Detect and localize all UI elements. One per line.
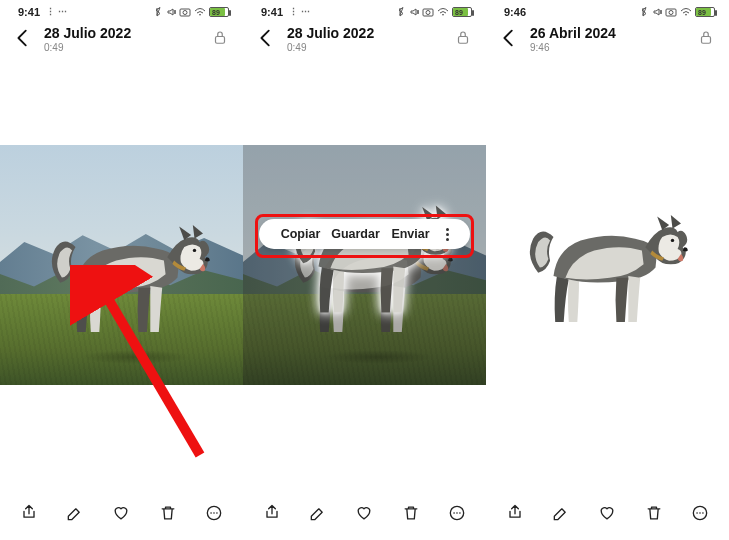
svg-point-10: [426, 11, 430, 15]
status-time: 9:46: [504, 6, 526, 18]
more-icon[interactable]: [199, 498, 229, 528]
delete-icon[interactable]: [639, 498, 669, 528]
favorite-icon[interactable]: [106, 498, 136, 528]
camera-icon: [665, 7, 677, 17]
photo-viewer[interactable]: Copiar Guardar Enviar: [243, 145, 486, 385]
status-bar: 9:41 ⋮ ⋯ 89: [0, 0, 243, 20]
bottom-toolbar: [0, 498, 243, 528]
edit-icon[interactable]: [546, 498, 576, 528]
status-bar: 9:41 ⋮ ⋯ 89: [243, 0, 486, 20]
mute-icon: [652, 7, 662, 17]
favorite-icon[interactable]: [349, 498, 379, 528]
photo-time: 0:49: [44, 42, 201, 53]
photo-viewer[interactable]: [0, 145, 243, 385]
subject-context-menu: Copiar Guardar Enviar: [259, 219, 470, 249]
bottom-toolbar: [243, 498, 486, 528]
wifi-icon: [437, 7, 449, 17]
lock-icon[interactable]: [697, 29, 715, 51]
menu-send[interactable]: Enviar: [383, 227, 438, 241]
status-icons: 89: [396, 7, 472, 17]
status-icons: 89: [153, 7, 229, 17]
delete-icon[interactable]: [153, 498, 183, 528]
bluetooth-icon: [639, 7, 649, 17]
lock-icon[interactable]: [454, 29, 472, 51]
status-extra: ⋮ ⋯: [46, 7, 67, 17]
share-icon[interactable]: [14, 498, 44, 528]
menu-save[interactable]: Guardar: [328, 227, 383, 241]
status-time: 9:41: [261, 6, 283, 18]
panel-3: 9:46 89 26 Abril 2024 9:46: [486, 0, 729, 540]
edit-icon[interactable]: [60, 498, 90, 528]
mute-icon: [166, 7, 176, 17]
cutout-subject-dog: [528, 175, 698, 350]
bluetooth-icon: [396, 7, 406, 17]
status-time: 9:41: [18, 6, 40, 18]
wifi-icon: [680, 7, 692, 17]
bottom-toolbar: [486, 498, 729, 528]
back-icon[interactable]: [255, 27, 277, 53]
camera-icon: [179, 7, 191, 17]
header: 26 Abril 2024 9:46: [486, 20, 729, 57]
svg-point-12: [669, 11, 673, 15]
battery-icon: 89: [452, 7, 472, 17]
mute-icon: [409, 7, 419, 17]
menu-copy[interactable]: Copiar: [273, 227, 328, 241]
header: 28 Julio 2022 0:49: [243, 20, 486, 57]
share-icon[interactable]: [500, 498, 530, 528]
photo-time: 9:46: [530, 42, 687, 53]
more-icon[interactable]: [442, 498, 472, 528]
battery-icon: 89: [695, 7, 715, 17]
status-extra: ⋮ ⋯: [289, 7, 310, 17]
panel-1: 9:41 ⋮ ⋯ 89 28 Julio 2022 0:49: [0, 0, 243, 540]
back-icon[interactable]: [12, 27, 34, 53]
camera-icon: [422, 7, 434, 17]
favorite-icon[interactable]: [592, 498, 622, 528]
more-icon[interactable]: [685, 498, 715, 528]
battery-icon: 89: [209, 7, 229, 17]
photo-viewer[interactable]: [486, 145, 729, 385]
panel-2: 9:41 ⋮ ⋯ 89 28 Julio 2022 0:49: [243, 0, 486, 540]
edit-icon[interactable]: [303, 498, 333, 528]
photo-date: 26 Abril 2024: [530, 26, 687, 41]
photo-time: 0:49: [287, 42, 444, 53]
lock-icon[interactable]: [211, 29, 229, 51]
back-icon[interactable]: [498, 27, 520, 53]
svg-point-7: [183, 11, 187, 15]
share-icon[interactable]: [257, 498, 287, 528]
status-icons: 89: [639, 7, 715, 17]
bluetooth-icon: [153, 7, 163, 17]
photo-date: 28 Julio 2022: [44, 26, 201, 41]
tutorial-triptych: 9:41 ⋮ ⋯ 89 28 Julio 2022 0:49: [0, 0, 729, 540]
wifi-icon: [194, 7, 206, 17]
photo-date: 28 Julio 2022: [287, 26, 444, 41]
menu-more-icon[interactable]: [438, 228, 456, 241]
delete-icon[interactable]: [396, 498, 426, 528]
status-bar: 9:46 89: [486, 0, 729, 20]
photo-subject-dog: [293, 185, 463, 360]
header: 28 Julio 2022 0:49: [0, 20, 243, 57]
photo-subject-dog: [50, 185, 220, 360]
